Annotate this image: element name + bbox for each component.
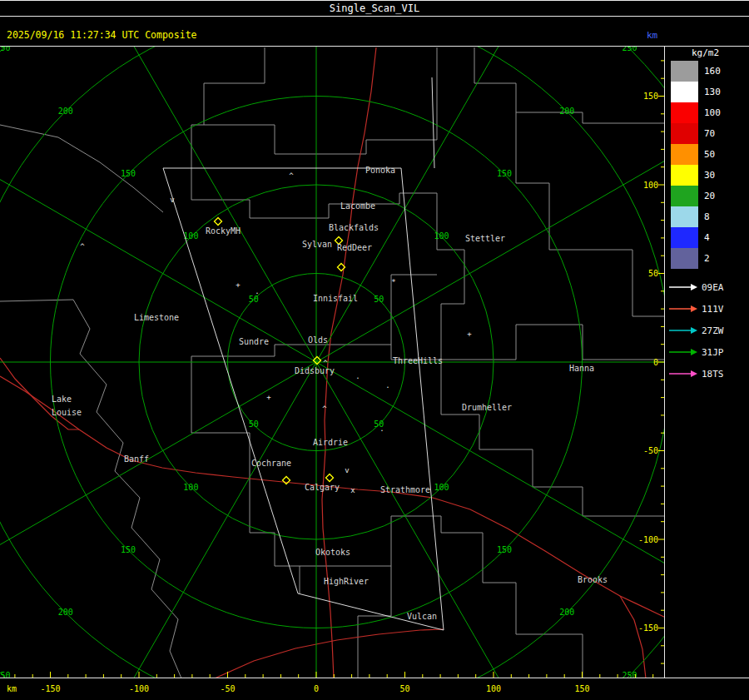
legend-swatch [671,186,698,206]
place-label: Lacombe [340,201,375,211]
place-label: Banff [124,454,149,464]
bottom-axis-label: 0 [314,684,319,693]
right-axis-label: 50 [648,269,658,278]
county-boundary [0,125,163,212]
radar-map-canvas[interactable]: 5050505010010010010015015015015020020020… [0,0,749,700]
place-label: Olds [308,335,328,345]
radar-row: 27ZW [668,320,749,341]
ring-distance-label: 150 [497,545,512,554]
place-label: Drumheller [462,403,512,412]
map-layers: 5050505010010010010015015015015020020020… [0,0,749,700]
radar-row: 09EA [668,276,749,298]
radar-id-label: 27ZW [702,325,724,336]
town-symbol: . [255,287,259,295]
town-symbol: v [170,196,174,204]
legend-value: 130 [704,87,721,97]
radar-site-diamond [325,474,333,481]
place-label: Sundre [239,337,269,346]
highway-line [620,596,646,678]
ring-distance-label: 200 [559,608,574,617]
legend-value: 4 [704,232,710,243]
town-symbol: + [467,330,472,338]
legend-value: 20 [704,191,715,201]
place-label: Okotoks [315,548,350,557]
place-label: Blackfalds [329,223,379,232]
county-boundary [204,47,437,154]
bottom-axis-label: 50 [399,684,409,693]
bottom-axis-label: 150 [574,684,589,693]
place-label: Airdrie [313,438,348,447]
county-boundary [191,356,250,433]
legend-swatch [671,102,698,123]
town-symbol: + [266,393,271,401]
legend-row: 130 [671,82,749,102]
legend-swatch [671,165,698,186]
legend-row: 2 [671,248,749,269]
place-label: Ponoka [365,166,395,175]
radar-id-label: 09EA [702,282,724,293]
town-symbol: . [379,424,384,433]
ring-distance-label: 100 [434,231,449,241]
bottom-axis-label: -100 [129,684,149,693]
right-axis-label: -50 [643,446,658,455]
place-label: RockyMH [206,226,241,236]
bottom-axis-label: 100 [486,684,501,693]
right-axis-label: 100 [643,181,658,190]
right-axis-label: -150 [638,623,658,633]
color-scale: 16013010070503020842 [667,61,749,269]
range-ring [0,0,749,700]
ring-distance-label: 200 [58,107,73,116]
ring-distance-label: 250 [0,43,10,52]
legend-swatch [671,61,698,82]
town-symbol: + [236,280,241,289]
place-label: Hanna [569,364,594,373]
legend-swatch [671,123,698,144]
town-symbol: . [385,381,389,390]
county-boundary [0,300,73,301]
radar-arrow-icon [668,282,698,292]
radar-arrow-icon [668,325,698,335]
place-label: Cochrane [251,459,291,468]
place-label: Limestone [134,313,179,322]
legend-unit-label: kg/m2 [692,47,749,58]
place-label: Calgary [305,483,340,492]
highway-line [0,358,79,429]
county-boundary [437,193,464,360]
right-axis-label: 0 [653,358,658,367]
legend-row: 160 [671,61,749,82]
legend-panel: kg/m2 16013010070503020842 09EA111V27ZW3… [667,47,749,678]
scan-area-outline [163,168,444,630]
place-label: Louise [52,408,82,417]
county-boundary [441,360,666,516]
legend-swatch [671,227,698,248]
right-axis-label: 150 [643,92,658,101]
legend-row: 20 [671,186,749,206]
county-boundary [516,112,666,316]
radar-arrow-icon [668,369,698,379]
town-symbol: ^ [322,405,327,413]
place-label: Didsbury [295,366,335,375]
place-label: Vulcan [407,612,437,621]
radar-arrow-icon [668,347,698,357]
legend-row: 50 [671,144,749,165]
place-label: Innisfail [313,294,358,303]
highway-line [215,629,444,678]
radar-row: 18TS [668,363,749,385]
radar-site-diamond [214,217,221,225]
legend-swatch [671,82,698,102]
legend-row: 70 [671,123,749,144]
bottom-axis-label: -150 [40,684,60,693]
town-symbol: . [355,372,360,380]
ring-distance-label: 100 [183,483,198,492]
ring-distance-label: 50 [249,420,259,429]
ring-distance-label: 150 [121,545,136,554]
legend-value: 50 [704,149,715,160]
place-label: RedDeer [337,243,372,252]
legend-row: 100 [671,102,749,123]
right-axis-label: -100 [638,535,658,544]
town-symbol: x [350,486,355,494]
place-label: Strathmore [380,485,430,494]
ring-distance-label: 200 [559,107,574,116]
town-symbol: ^ [289,171,294,180]
ring-distance-label: 50 [249,295,259,304]
